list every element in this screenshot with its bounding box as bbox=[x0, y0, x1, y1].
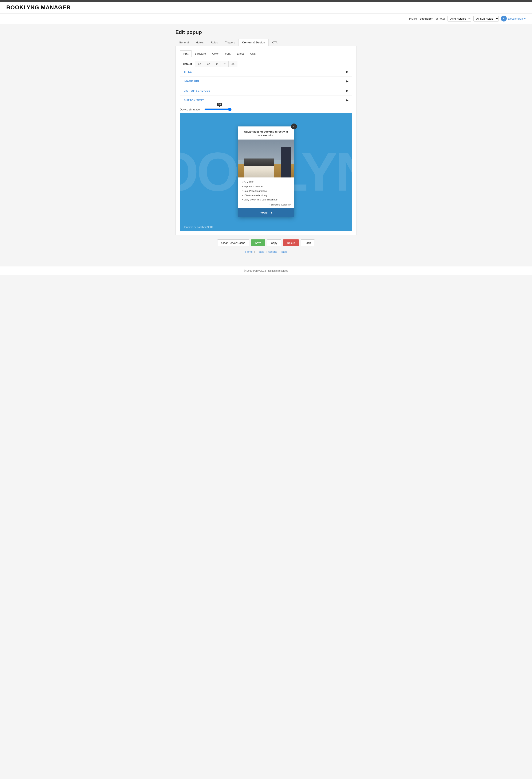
lang-tab-en[interactable]: en bbox=[195, 61, 204, 67]
header: BOOKLYNG MANAGER bbox=[0, 2, 532, 13]
inner-tab-font[interactable]: Font bbox=[222, 50, 234, 57]
profile-role: developer bbox=[420, 17, 433, 20]
popup-availability: * Subject to availability bbox=[238, 203, 294, 208]
main-content: Edit popup General Hotels Rules Triggers… bbox=[169, 24, 363, 262]
section-title-arrow: ▶ bbox=[346, 70, 348, 73]
popup-card: ✕ Advantages of booking directly at our … bbox=[238, 126, 294, 217]
inner-tab-nav: Text Structure Color Font Effect CSS bbox=[180, 50, 352, 57]
scope-select[interactable]: All Sub Hotels Sub Hotel 1 bbox=[473, 16, 499, 21]
footer-links: Home | Hotels | Actions | Tags bbox=[176, 249, 357, 257]
sep-1: | bbox=[254, 250, 255, 253]
popup-title: Advantages of booking directly at our we… bbox=[238, 126, 294, 139]
tab-content-design[interactable]: Content & Design bbox=[239, 39, 269, 46]
site-footer: © SmartParity 2018 - all rights reserved bbox=[0, 266, 532, 275]
footer-link-home[interactable]: Home bbox=[245, 250, 253, 253]
lang-tab-de[interactable]: de bbox=[228, 61, 238, 67]
hotel-select[interactable]: Ayre Hoteles Hotel 1 Hotel 2 bbox=[448, 16, 471, 21]
sep-3: | bbox=[279, 250, 279, 253]
copy-button[interactable]: Copy bbox=[267, 239, 281, 246]
action-bar: Clear Server Cache Save Copy Delete Back bbox=[176, 235, 357, 249]
app-title: BOOKLYNG MANAGER bbox=[6, 4, 526, 11]
tab-rules[interactable]: Rules bbox=[207, 39, 221, 46]
room-bed-cover bbox=[244, 159, 274, 166]
popup-services: ✓Free WiFi ✓Express Check-in ✓Best Price… bbox=[238, 177, 294, 203]
section-title-label: TITLE bbox=[184, 70, 192, 73]
sections-list: TITLE ▶ IMAGE URL ▶ LIST OF SERVICES ▶ B… bbox=[180, 67, 352, 105]
back-button[interactable]: Back bbox=[301, 239, 315, 246]
section-button-text-label: BUTTON TEXT bbox=[184, 99, 204, 102]
top-bar bbox=[0, 0, 532, 2]
section-services-arrow: ▶ bbox=[346, 89, 348, 92]
service-3: ✓Best Price Guarantee bbox=[242, 189, 290, 193]
profile-bar: Profile: developer for hotel: Ayre Hotel… bbox=[0, 13, 532, 24]
lang-tab-nav: default en es it fr de bbox=[180, 61, 238, 67]
inner-tab-color[interactable]: Color bbox=[209, 50, 222, 57]
delete-button[interactable]: Delete bbox=[283, 239, 299, 246]
user-badge[interactable]: A alessandroa ▾ bbox=[501, 16, 526, 21]
service-2: ✓Express Check-in bbox=[242, 184, 290, 189]
room-door bbox=[281, 147, 291, 177]
username: alessandroa bbox=[508, 17, 523, 20]
section-services[interactable]: LIST OF SERVICES ▶ bbox=[180, 86, 352, 96]
section-image-url[interactable]: IMAGE URL ▶ bbox=[180, 76, 352, 86]
copyright-year: ©2018 bbox=[206, 226, 213, 228]
page-title: Edit popup bbox=[176, 29, 357, 35]
section-services-label: LIST OF SERVICES bbox=[184, 89, 210, 92]
service-4: ✓100% secure booking bbox=[242, 193, 290, 198]
popup-cta-button[interactable]: I WANT IT! bbox=[238, 208, 294, 217]
avatar: A bbox=[501, 16, 507, 21]
footer-link-actions[interactable]: Actions bbox=[268, 250, 277, 253]
save-button[interactable]: Save bbox=[251, 239, 265, 246]
tab-general[interactable]: General bbox=[176, 39, 192, 46]
popup-close-button[interactable]: ✕ bbox=[291, 123, 297, 129]
lang-tab-default[interactable]: default bbox=[180, 61, 195, 67]
powered-by-text: Powered by bbox=[184, 226, 197, 228]
section-title[interactable]: TITLE ▶ bbox=[180, 67, 352, 76]
powered-by-link[interactable]: Booklyng bbox=[197, 226, 206, 228]
preview-footer: Powered by Booklyng©2018 bbox=[184, 226, 213, 228]
lang-tab-it[interactable]: it bbox=[213, 61, 221, 67]
for-hotel-label: for hotel: bbox=[435, 17, 446, 20]
tab-cta[interactable]: CTA bbox=[269, 39, 281, 46]
footer-link-hotels[interactable]: Hotels bbox=[257, 250, 264, 253]
slider-tooltip: 98 bbox=[217, 103, 222, 106]
service-1: ✓Free WiFi bbox=[242, 180, 290, 184]
inner-tab-structure[interactable]: Structure bbox=[192, 50, 209, 57]
lang-tab-fr[interactable]: fr bbox=[221, 61, 228, 67]
preview-area: BOOKLYNG ✕ Advantages of booking directl… bbox=[180, 113, 352, 231]
card: Text Structure Color Font Effect CSS def… bbox=[176, 46, 357, 235]
device-sim-label: Device simulation bbox=[180, 108, 201, 111]
device-sim-bar: Device simulation 98 bbox=[180, 105, 352, 113]
section-image-url-arrow: ▶ bbox=[346, 79, 348, 83]
profile-label: Profile: bbox=[409, 17, 418, 20]
dropdown-arrow: ▾ bbox=[524, 17, 526, 20]
inner-tab-effect[interactable]: Effect bbox=[234, 50, 247, 57]
section-button-text-arrow: ▶ bbox=[346, 99, 348, 102]
site-footer-text: © SmartParity 2018 - all rights reserved bbox=[244, 269, 288, 272]
inner-tab-text[interactable]: Text bbox=[180, 50, 192, 57]
section-button-text[interactable]: BUTTON TEXT ▶ bbox=[180, 96, 352, 105]
clear-cache-button[interactable]: Clear Server Cache bbox=[217, 239, 249, 246]
tab-hotels[interactable]: Hotels bbox=[192, 39, 207, 46]
device-sim-slider[interactable] bbox=[204, 108, 232, 111]
inner-tab-css[interactable]: CSS bbox=[247, 50, 259, 57]
popup-image bbox=[238, 139, 294, 177]
sep-2: | bbox=[266, 250, 267, 253]
slider-container: 98 bbox=[204, 108, 232, 111]
footer-link-tags[interactable]: Tags bbox=[281, 250, 286, 253]
service-5: ✓Early check-in & Late checkout * bbox=[242, 197, 290, 202]
tab-triggers[interactable]: Triggers bbox=[221, 39, 239, 46]
room-sim bbox=[238, 139, 294, 177]
lang-tab-es[interactable]: es bbox=[204, 61, 213, 67]
main-tab-nav: General Hotels Rules Triggers Content & … bbox=[176, 39, 357, 46]
section-image-url-label: IMAGE URL bbox=[184, 80, 200, 83]
